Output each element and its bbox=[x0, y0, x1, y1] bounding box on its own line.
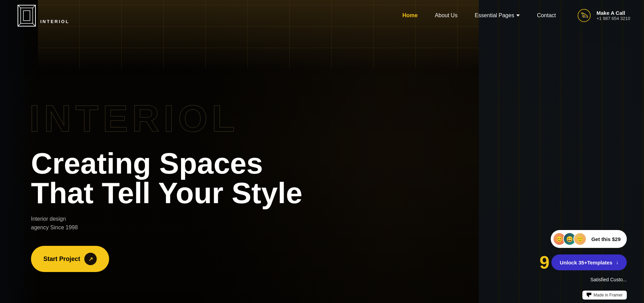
phone-icon: 📞 bbox=[577, 8, 592, 23]
svg-rect-2 bbox=[23, 11, 30, 21]
nav-about[interactable]: About Us bbox=[435, 12, 457, 19]
svg-line-6 bbox=[33, 23, 35, 26]
arrow-icon: ↗ bbox=[84, 253, 97, 265]
chevron-down-icon bbox=[516, 14, 520, 17]
unlock-row: 9 Unlock 35+Templates ↓ bbox=[539, 253, 627, 271]
nav-links: Home About Us Essential Pages Contact bbox=[402, 12, 556, 19]
framer-icon bbox=[587, 293, 591, 297]
call-text: Make A Call +1 987 654 3210 bbox=[597, 10, 630, 21]
avatar-group: 😊 😄 🙂 bbox=[551, 232, 588, 245]
hero-content: Creating Spaces That Tell Your Style Int… bbox=[31, 148, 303, 272]
satisfied-number: 9 bbox=[539, 253, 549, 271]
download-icon: ↓ bbox=[616, 259, 619, 265]
bottom-right-widget: 😊 😄 🙂 Get this $29 9 Unlock 35+Templates… bbox=[539, 230, 627, 282]
call-cta[interactable]: 📞 Make A Call +1 987 654 3210 bbox=[577, 8, 630, 23]
get-this-card[interactable]: 😊 😄 🙂 Get this $29 bbox=[551, 230, 627, 248]
nav-contact[interactable]: Contact bbox=[537, 12, 556, 19]
framer-badge[interactable]: Made in Framer bbox=[582, 291, 627, 300]
hero-title: Creating Spaces That Tell Your Style bbox=[31, 148, 303, 208]
hero-subtitle: Interior design agency Since 1998 bbox=[31, 215, 303, 232]
get-this-label: Get this $29 bbox=[588, 236, 627, 242]
call-number: +1 987 654 3210 bbox=[597, 16, 630, 21]
navbar: INTERIOL Home About Us Essential Pages C… bbox=[0, 0, 644, 31]
svg-line-3 bbox=[18, 5, 21, 8]
satisfied-label: Satisfied Custo... bbox=[590, 277, 627, 282]
nav-essential[interactable]: Essential Pages bbox=[475, 12, 520, 19]
nav-home[interactable]: Home bbox=[402, 12, 418, 19]
logo-icon bbox=[17, 4, 36, 27]
call-label: Make A Call bbox=[597, 10, 630, 16]
svg-line-5 bbox=[18, 23, 21, 26]
hero-section: INTERIOL Home About Us Essential Pages C… bbox=[0, 0, 644, 303]
svg-rect-1 bbox=[21, 8, 33, 23]
logo-text: INTERIOL bbox=[40, 19, 70, 24]
unlock-templates-button[interactable]: Unlock 35+Templates ↓ bbox=[551, 254, 627, 270]
svg-line-4 bbox=[33, 5, 35, 8]
logo-area[interactable]: INTERIOL bbox=[17, 4, 70, 27]
avatar-3: 🙂 bbox=[573, 232, 587, 245]
start-project-button[interactable]: Start Project ↗ bbox=[31, 246, 109, 272]
svg-text:📞: 📞 bbox=[582, 13, 587, 18]
